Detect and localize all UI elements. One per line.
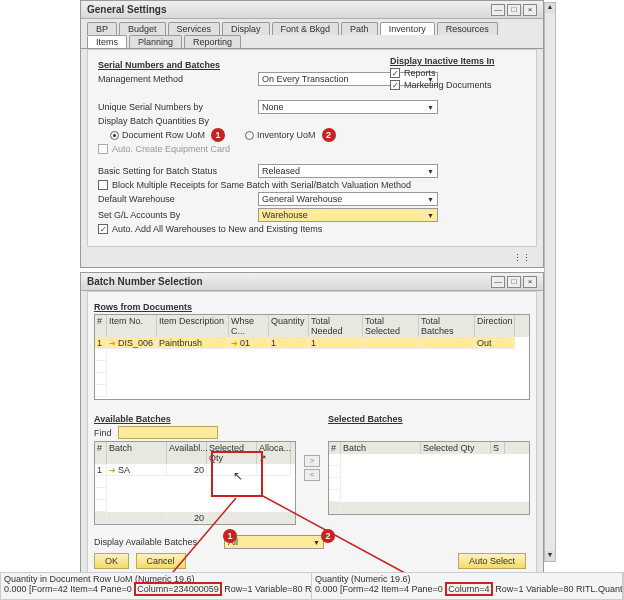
tab-services[interactable]: Services [168, 22, 221, 35]
titlebar: General Settings — □ × [81, 1, 543, 19]
cell[interactable]: ➜SA [107, 464, 167, 476]
chk-reports-label: Reports [404, 68, 436, 78]
chk-auto-add-label: Auto. Add All Warehouses to New and Exis… [112, 224, 322, 234]
tab-resources[interactable]: Resources [437, 22, 498, 35]
maximize-icon[interactable]: □ [507, 276, 521, 288]
highlight-col-right: Column=4 [445, 582, 492, 596]
tab-budget[interactable]: Budget [119, 22, 166, 35]
close-icon[interactable]: × [523, 4, 537, 16]
find-input[interactable] [118, 426, 218, 439]
window-title: General Settings [87, 4, 489, 15]
chk-auto-equip[interactable] [98, 144, 108, 154]
avail-grid[interactable]: #BatchAvailabl...Selected QtyAlloca... ↗… [94, 441, 296, 525]
status-left-detail: 0.000 [Form=42 Item=4 Pane=0 Column=2340… [4, 584, 308, 594]
cancel-button[interactable]: Cancel [136, 553, 186, 569]
col-header[interactable]: Item Description [157, 315, 229, 337]
subtab-items[interactable]: Items [87, 35, 127, 48]
window-title-2: Batch Number Selection [87, 276, 489, 287]
tab-path[interactable]: Path [341, 22, 378, 35]
tabs-top: BPBudgetServicesDisplayFont & BkgdPathIn… [81, 19, 543, 35]
subtab-reporting[interactable]: Reporting [184, 35, 241, 48]
tabs-sub: ItemsPlanningReporting [81, 35, 543, 49]
radio-doc-uom[interactable] [110, 131, 119, 140]
def-wh-label: Default Warehouse [98, 194, 258, 204]
cell[interactable]: 1 [95, 337, 107, 349]
ok-button[interactable]: OK [94, 553, 129, 569]
col-header[interactable]: # [95, 315, 107, 337]
callout-1: 1 [211, 128, 225, 142]
tab-inventory[interactable]: Inventory [380, 22, 435, 35]
col-header[interactable]: Batch [341, 442, 421, 454]
col-header[interactable]: Total Batches [419, 315, 475, 337]
titlebar-2: Batch Number Selection — □ × [81, 273, 543, 291]
cell[interactable]: Paintbrush [157, 337, 229, 349]
col-header[interactable]: Quantity [269, 315, 309, 337]
def-wh-select[interactable]: General Warehouse▼ [258, 192, 438, 206]
chk-marketing-label: Marketing Documents [404, 80, 492, 90]
cell[interactable]: ➜01 [229, 337, 269, 349]
mgmt-method-label: Management Method [98, 74, 258, 84]
cell[interactable] [363, 337, 419, 349]
move-right-button[interactable]: > [304, 455, 320, 467]
chk-block-label: Block Multiple Receipts for Same Batch w… [112, 180, 411, 190]
disp-avail-label: Display Available Batches [94, 537, 224, 547]
chk-marketing[interactable]: ✓ [390, 80, 400, 90]
chk-auto-equip-label: Auto. Create Equipment Card [112, 144, 230, 154]
inactive-col: Display Inactive Items In ✓Reports ✓Mark… [390, 52, 530, 92]
cursor-icon: ↖ [233, 469, 243, 483]
cell[interactable]: 1 [95, 464, 107, 476]
cell[interactable] [419, 337, 475, 349]
col-header[interactable]: S [491, 442, 505, 454]
col-header[interactable]: Item No. [107, 315, 157, 337]
gl-select[interactable]: Warehouse▼ [258, 208, 438, 222]
sel-grid[interactable]: #BatchSelected QtyS [328, 441, 530, 515]
subtab-planning[interactable]: Planning [129, 35, 182, 48]
col-header[interactable]: Whse C... [229, 315, 269, 337]
unique-serial-select[interactable]: None▼ [258, 100, 438, 114]
col-header[interactable]: Direction [475, 315, 515, 337]
resize-grip-icon[interactable]: ⋮⋮ [513, 253, 533, 263]
avail-head: Available Batches [94, 414, 296, 424]
page-scrollbar[interactable]: ▲▼ [544, 2, 556, 562]
total-avail: 20 [167, 512, 207, 524]
move-left-button[interactable]: < [304, 469, 320, 481]
disp-avail-select[interactable]: All▼ [224, 535, 324, 549]
chk-auto-add[interactable]: ✓ [98, 224, 108, 234]
tab-font-bkgd[interactable]: Font & Bkgd [272, 22, 340, 35]
col-header[interactable]: # [329, 442, 341, 454]
cell[interactable]: 1 [269, 337, 309, 349]
tab-bp[interactable]: BP [87, 22, 117, 35]
col-header[interactable]: Total Selected [363, 315, 419, 337]
rows-from-docs-head: Rows from Documents [94, 302, 530, 312]
status-bar: Quantity in Document Row UoM (Numeric 19… [0, 572, 624, 600]
cell[interactable]: 1 [309, 337, 363, 349]
rows-grid[interactable]: #Item No.Item DescriptionWhse C...Quanti… [94, 314, 530, 400]
tab-display[interactable]: Display [222, 22, 270, 35]
cell[interactable]: ➜DIS_006 [107, 337, 157, 349]
highlight-col-left: Column=234000059 [134, 582, 221, 596]
col-header[interactable]: # [95, 442, 107, 464]
cell[interactable]: 20 [167, 464, 207, 476]
callout-2: 2 [322, 128, 336, 142]
find-label: Find [94, 428, 112, 438]
restore-icon[interactable]: □ [507, 4, 521, 16]
batch-selection-window: Batch Number Selection — □ × Rows from D… [80, 272, 544, 585]
basic-status-select[interactable]: Released▼ [258, 164, 438, 178]
minimize-icon[interactable]: — [491, 276, 505, 288]
col-header[interactable]: Availabl... [167, 442, 207, 464]
col-header[interactable]: Selected Qty [421, 442, 491, 454]
close-icon[interactable]: × [523, 276, 537, 288]
cell[interactable]: Out [475, 337, 515, 349]
chk-block[interactable] [98, 180, 108, 190]
sel-head: Selected Batches [328, 414, 530, 424]
radio-inv-uom-label: Inventory UoM [257, 130, 316, 140]
col-header[interactable]: Total Needed [309, 315, 363, 337]
dbq-label: Display Batch Quantities By [98, 116, 258, 126]
minimize-icon[interactable]: — [491, 4, 505, 16]
auto-select-button[interactable]: Auto Select [458, 553, 526, 569]
radio-inv-uom[interactable] [245, 131, 254, 140]
radio-doc-uom-label: Document Row UoM [122, 130, 205, 140]
chk-reports[interactable]: ✓ [390, 68, 400, 78]
inactive-head: Display Inactive Items In [390, 56, 530, 66]
col-header[interactable]: Batch [107, 442, 167, 464]
